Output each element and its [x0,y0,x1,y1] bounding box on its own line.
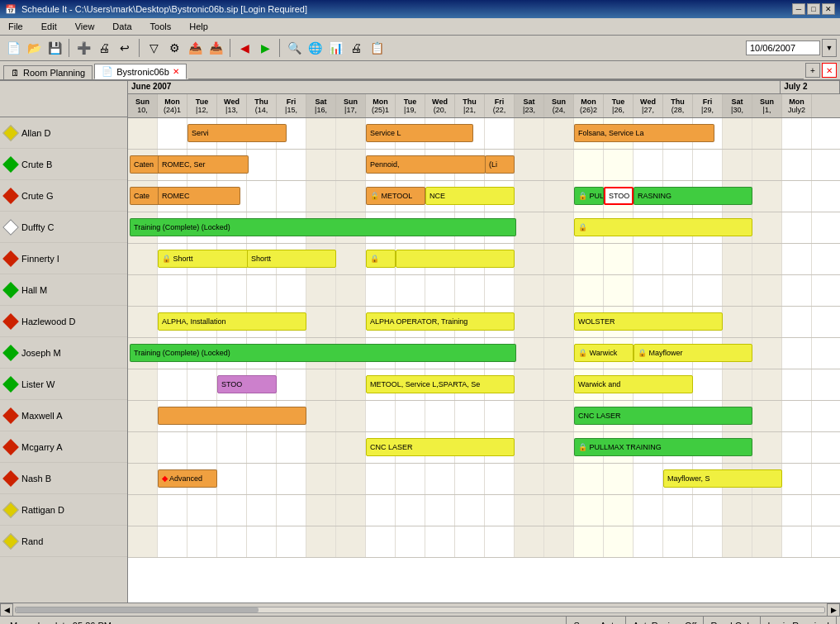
menu-view[interactable]: View [70,20,100,33]
open-button[interactable]: 📂 [24,38,44,58]
bar-cb-2[interactable]: ROMEC, Ser [158,155,249,174]
grid-row-duffty: Training (Complete) (Locked) 🔒 [128,212,840,244]
tab-bystronic-label: Bystronic06b [116,67,169,77]
bar-mga-1[interactable]: CNC LASER [366,438,515,456]
minimize-button[interactable]: ─ [792,3,805,15]
bar-cg-3[interactable]: 🔒 METOOL [366,187,425,205]
bar-jm-3[interactable]: 🔒 Mayflower [634,344,752,362]
gc-rd-17 [634,495,663,526]
bar-dc-1[interactable]: Training (Complete) (Locked) [130,218,516,236]
menu-data[interactable]: Data [107,20,136,33]
toolbar-misc: 🔍 🌐 📊 🖨 📋 [284,38,387,58]
bar-fi-2[interactable]: Shortt [247,250,336,268]
tab-bystronic06b[interactable]: 📄 Bystronic06b ✕ [94,64,187,79]
gc-hm-5 [277,275,306,306]
diamond-rand [2,533,19,550]
gc-mga-6 [306,432,336,463]
bar-lw-1[interactable]: STOO [217,375,277,393]
bar-fi-3[interactable]: 🔒 [366,250,396,268]
grid-row-allan: Servi Service L Folsana, Service La [128,118,840,150]
web-button[interactable]: 🌐 [305,38,325,58]
day-row: Sun10, Mon(24)1 Tue|12, Wed|13, Thu(14, … [128,94,840,117]
tools-button[interactable]: ⚙ [164,38,184,58]
date-input[interactable]: 10/06/2007 [746,40,820,55]
bar-jm-2[interactable]: 🔒 Warwick [574,344,634,362]
search-button[interactable]: 🔍 [284,38,304,58]
tab-close-button[interactable]: ✕ [173,67,179,76]
bar-cg-6[interactable]: STOO [604,187,634,205]
gc-hm-0 [128,275,158,306]
gc-nb-0 [128,464,158,494]
toolbar-sep-3 [230,39,230,57]
printer-button[interactable]: 🖨 [346,38,366,58]
scroll-track[interactable] [15,607,825,613]
gc-fi-20 [723,244,752,274]
bar-ma-2[interactable]: CNC LASER [574,407,752,425]
back-button[interactable]: ◀ [235,38,254,58]
settings-button[interactable]: 📋 [367,38,387,58]
gc-rand-20 [723,526,752,557]
bar-cg-4[interactable]: NCE [425,187,515,205]
filter-button[interactable]: ▽ [144,38,164,58]
close-button[interactable]: ✕ [822,3,835,15]
gc-lw-21 [752,369,782,400]
bar-nb-2[interactable]: Mayflower, S [663,469,782,488]
bar-mga-2[interactable]: 🔒 PULLMAX TRAINING [574,438,752,456]
bar-cg-2[interactable]: ROMEC [158,187,240,205]
print-button[interactable]: 🖨 [94,38,114,58]
bar-lw-2[interactable]: METOOL, Service L,SPARTA, Se [366,375,515,393]
scroll-thumb[interactable] [16,607,259,612]
scroll-left-button[interactable]: ◀ [0,603,13,617]
scroll-right-button[interactable]: ▶ [827,603,840,617]
date-dropdown-button[interactable]: ▼ [822,39,837,57]
bar-dc-2[interactable]: 🔒 [574,218,752,236]
horizontal-scrollbar[interactable]: ◀ ▶ [0,603,840,616]
bar-allan-1[interactable]: Servi [187,124,287,142]
import-button[interactable]: 📥 [206,38,225,58]
gc-allan-0 [128,118,158,149]
new-button[interactable]: 📄 [3,38,23,58]
menu-tools[interactable]: Tools [145,20,177,33]
menu-file[interactable]: File [3,20,28,33]
gc-rd-13 [515,495,544,526]
bar-lw-3[interactable]: Warwick and [574,375,693,393]
forward-button[interactable]: ▶ [255,38,275,58]
bar-cb-3[interactable]: Pennoid, [366,155,486,174]
bar-hd-1[interactable]: ALPHA, Installation [158,312,306,331]
grid-row-crute-g: Cate ROMEC 🔒 METOOL NCE 🔒 PUL STOO RASNI… [128,181,840,212]
resource-names: Allan D Crute B Crute G Duffty C Finnert… [0,81,128,603]
grid-row-rand [128,526,840,558]
maximize-button[interactable]: □ [807,3,820,15]
add-button[interactable]: ➕ [74,38,93,58]
chart-button[interactable]: 📊 [325,38,345,58]
bar-fi-1[interactable]: 🔒 Shortt [158,250,249,268]
gc-allan-20 [723,118,752,149]
bar-hd-2[interactable]: ALPHA OPERATOR, Training [366,312,515,331]
gc-nb-17 [634,464,663,494]
undo-button[interactable]: ↩ [115,38,135,58]
bar-hd-3[interactable]: WOLSTER [574,312,723,331]
export-button[interactable]: 📤 [185,38,205,58]
bar-jm-1[interactable]: Training (Complete) (Locked) [130,344,516,362]
day-thu14: Thu(14, [247,94,277,117]
bar-allan-3[interactable]: Folsana, Service La [574,124,714,142]
gc-rand-6 [306,526,336,557]
gc-rd-21 [752,495,782,526]
gc-rand-19 [693,526,723,557]
save-button[interactable]: 💾 [45,38,64,58]
tab-close-all-button[interactable]: ✕ [822,63,837,78]
bar-fi-4[interactable] [396,250,515,268]
gc-allan-1 [158,118,187,149]
title-bar: 📅 Schedule It - C:\Users\mark\Desktop\By… [0,0,840,18]
bar-cg-5[interactable]: 🔒 PUL [574,187,604,205]
bar-nb-1[interactable]: ◆Advanced [158,469,217,488]
tab-new-button[interactable]: + [805,63,820,78]
bar-allan-2[interactable]: Service L [366,124,473,142]
bar-cg-7[interactable]: RASNING [634,187,752,205]
menu-help[interactable]: Help [184,20,213,33]
menu-edit[interactable]: Edit [36,20,62,33]
tab-room-planning[interactable]: 🗓 Room Planning [3,65,93,79]
bar-ma-1[interactable] [158,407,306,425]
gc-hm-15 [574,275,604,306]
bar-cb-4[interactable]: (Li [485,155,515,174]
